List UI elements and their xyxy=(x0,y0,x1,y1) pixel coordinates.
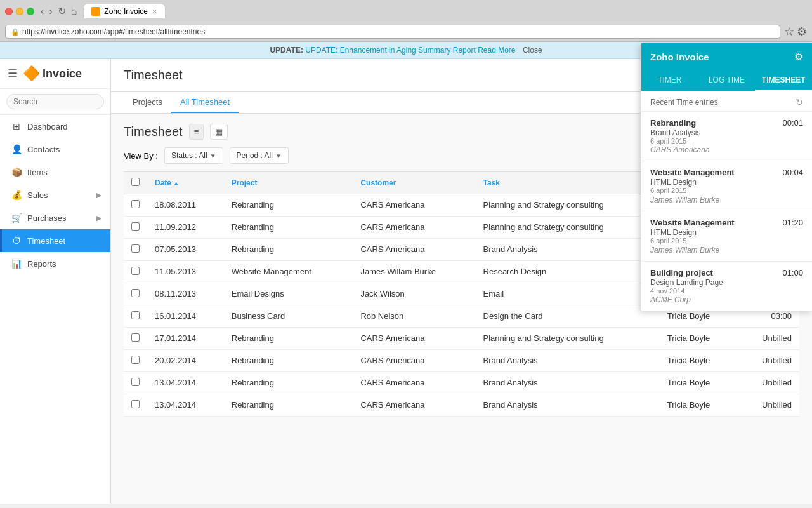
customer-cell: CARS Americana xyxy=(353,328,475,350)
sidebar-item-purchases[interactable]: 🛒 Purchases ▶ xyxy=(0,206,110,229)
row-checkbox-cell xyxy=(124,217,147,239)
update-link[interactable]: UPDATE: Enhancement in Aging Summary Rep… xyxy=(305,46,476,55)
browser-tab[interactable]: Zoho Invoice ✕ xyxy=(83,4,166,18)
sidebar-item-sales[interactable]: 💰 Sales ▶ xyxy=(0,184,110,206)
customer-cell: Jack Wilson xyxy=(353,283,475,305)
refresh-button[interactable]: ↻ xyxy=(56,5,67,17)
sidebar-item-reports[interactable]: 📊 Reports xyxy=(0,252,110,275)
row-checkbox[interactable] xyxy=(131,222,140,231)
customer-cell: CARS Americana xyxy=(353,194,475,217)
entry-row: Building project 01:00 xyxy=(650,268,803,277)
read-more-link[interactable]: Read More xyxy=(478,46,515,55)
header-date[interactable]: Date xyxy=(147,172,224,194)
list-view-button[interactable]: ≡ xyxy=(189,124,204,140)
popup-tab-logtime[interactable]: LOG TIME xyxy=(698,70,756,91)
timesheet-heading: Timesheet xyxy=(124,124,183,139)
minimize-window-btn[interactable] xyxy=(16,8,23,15)
popup-tab-timesheet[interactable]: TIMESHEET xyxy=(755,70,812,91)
row-checkbox[interactable] xyxy=(131,356,140,364)
app-logo: 🔶 Invoice xyxy=(23,65,82,82)
popup-title: Zoho Invoice xyxy=(650,51,709,62)
refresh-icon[interactable]: ↻ xyxy=(796,97,803,107)
date-cell: 20.02.2014 xyxy=(147,350,224,372)
dashboard-icon: ⊞ xyxy=(11,121,22,131)
calendar-view-button[interactable]: ▦ xyxy=(210,124,228,140)
logo-text: Invoice xyxy=(43,67,82,81)
browser-chrome: ‹ › ↻ ⌂ Zoho Invoice ✕ 🔒 https://invoice… xyxy=(0,0,812,42)
url-bar[interactable]: 🔒 https://invoice.zoho.com/app#/timeshee… xyxy=(5,25,780,39)
popup-time-entry[interactable]: Rebranding 00:01 Brand Analysis 6 april … xyxy=(641,112,812,161)
row-checkbox[interactable] xyxy=(131,289,140,297)
time-cell: Unbilled xyxy=(738,328,799,350)
customer-cell: James Willam Burke xyxy=(353,261,475,283)
row-checkbox[interactable] xyxy=(131,333,140,342)
select-all-checkbox[interactable] xyxy=(131,178,140,186)
row-checkbox[interactable] xyxy=(131,200,140,208)
sidebar-item-dashboard[interactable]: ⊞ Dashboard xyxy=(0,115,110,138)
sub-nav-all-timesheet[interactable]: All Timesheet xyxy=(171,92,239,113)
customer-cell: CARS Americana xyxy=(353,372,475,394)
user-cell: Tricia Boyle xyxy=(660,372,738,394)
close-window-btn[interactable] xyxy=(5,8,13,15)
browser-titlebar: ‹ › ↻ ⌂ Zoho Invoice ✕ xyxy=(0,0,812,22)
customer-cell: CARS Americana xyxy=(353,394,475,417)
browser-addressbar: 🔒 https://invoice.zoho.com/app#/timeshee… xyxy=(0,22,812,41)
sidebar-item-timesheet[interactable]: ⏱ Timesheet xyxy=(0,229,110,252)
popup-time-entry[interactable]: Website Management 01:20 HTML Design 6 a… xyxy=(641,211,812,262)
status-filter[interactable]: Status : All ▼ xyxy=(164,147,223,164)
entry-client: ACME Corp xyxy=(650,295,803,304)
popup-time-entry[interactable]: Website Management 00:04 HTML Design 6 a… xyxy=(641,161,812,211)
row-checkbox[interactable] xyxy=(131,378,140,386)
sidebar-item-items[interactable]: 📦 Items xyxy=(0,161,110,184)
row-checkbox-cell xyxy=(124,261,147,283)
recent-entries-header: Recent Time entries ↻ xyxy=(641,91,812,112)
header-task[interactable]: Task xyxy=(476,172,660,194)
update-label: UPDATE: xyxy=(270,46,303,55)
customer-cell: CARS Americana xyxy=(353,217,475,239)
star-icon[interactable]: ☆ xyxy=(784,25,794,39)
popup-tab-timer[interactable]: TIMER xyxy=(641,70,698,91)
back-button[interactable]: ‹ xyxy=(39,6,45,17)
banner-close-button[interactable]: Close xyxy=(523,46,542,55)
tab-title: Zoho Invoice xyxy=(104,7,148,16)
row-checkbox[interactable] xyxy=(131,244,140,253)
date-cell: 11.09.2012 xyxy=(147,217,224,239)
forward-button[interactable]: › xyxy=(48,6,53,17)
sidebar-menu-button[interactable]: ☰ xyxy=(8,67,18,81)
browser-nav: ‹ › ↻ ⌂ xyxy=(39,5,78,17)
sidebar-item-label: Contacts xyxy=(27,145,60,154)
row-checkbox[interactable] xyxy=(131,400,140,408)
customer-cell: CARS Americana xyxy=(353,350,475,372)
header-customer[interactable]: Customer xyxy=(353,172,475,194)
home-button[interactable]: ⌂ xyxy=(70,6,79,17)
sub-nav-projects[interactable]: Projects xyxy=(124,92,171,113)
header-checkbox-col xyxy=(124,172,147,194)
settings-icon[interactable]: ⚙ xyxy=(797,25,807,39)
row-checkbox[interactable] xyxy=(131,311,140,319)
date-cell: 18.08.2011 xyxy=(147,194,224,217)
sidebar-item-label: Timesheet xyxy=(27,236,65,246)
search-input[interactable] xyxy=(6,94,104,109)
task-cell: Brand Analysis xyxy=(476,394,660,417)
entry-date: 6 april 2015 xyxy=(650,237,803,244)
sales-icon: 💰 xyxy=(11,190,22,200)
tab-close-button[interactable]: ✕ xyxy=(152,8,157,16)
row-checkbox-cell xyxy=(124,394,147,417)
entry-task: HTML Design xyxy=(650,178,803,187)
period-filter[interactable]: Period : All ▼ xyxy=(230,147,289,164)
project-cell: Rebranding xyxy=(224,239,353,261)
new-tab-button[interactable] xyxy=(173,5,199,18)
time-cell: Unbilled xyxy=(738,372,799,394)
row-checkbox[interactable] xyxy=(131,267,140,275)
sidebar: ☰ 🔶 Invoice ⊞ Dashboard 👤 Contacts 📦 Ite… xyxy=(0,59,111,504)
popup-time-entry[interactable]: Building project 01:00 Design Landing Pa… xyxy=(641,262,812,311)
date-cell: 08.11.2013 xyxy=(147,283,224,305)
task-cell: Planning and Strategy consulting xyxy=(476,328,660,350)
popup-gear-icon[interactable]: ⚙ xyxy=(794,51,803,63)
header-project[interactable]: Project xyxy=(224,172,353,194)
entry-time: 01:00 xyxy=(782,268,803,277)
contacts-icon: 👤 xyxy=(11,144,22,154)
maximize-window-btn[interactable] xyxy=(27,8,34,15)
sidebar-item-contacts[interactable]: 👤 Contacts xyxy=(0,138,110,161)
entry-project: Website Management xyxy=(650,218,735,227)
